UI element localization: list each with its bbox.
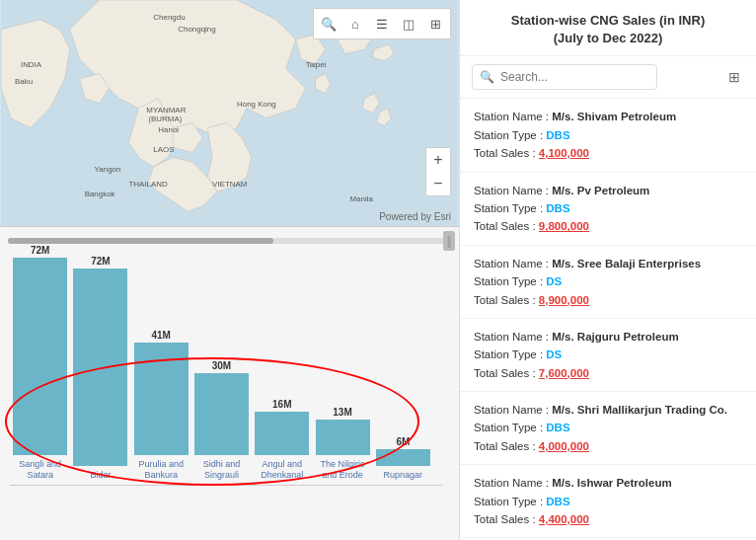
total-sales-line: Total Sales : 8,900,000	[474, 291, 742, 309]
filter-button[interactable]: ⊞	[724, 67, 744, 87]
zoom-in-button[interactable]: +	[426, 148, 450, 172]
total-sales-value: 4,400,000	[539, 513, 589, 525]
bar-group[interactable]: 13MThe Nilgiris and Erode	[312, 407, 372, 481]
station-type-label: Station Type :	[474, 129, 546, 141]
panel-header: Station-wise CNG Sales (in INR) (July to…	[460, 0, 756, 56]
zoom-out-button[interactable]: −	[426, 172, 450, 195]
station-name-label: Station Name :	[474, 185, 552, 196]
total-sales-label: Total Sales :	[474, 440, 539, 452]
station-type-line: Station Type : DBS	[474, 126, 742, 144]
grid-toolbar-btn[interactable]: ⊞	[423, 12, 447, 36]
bar[interactable]	[13, 258, 67, 455]
station-list: Station Name : M/s. Shivam Petroleum Sta…	[460, 99, 756, 540]
bar-value: 6M	[396, 436, 410, 447]
station-name-label: Station Name :	[474, 258, 552, 270]
total-sales-label: Total Sales :	[474, 294, 539, 306]
bar-label: Bidar	[90, 470, 111, 481]
bar[interactable]	[376, 449, 430, 466]
bar[interactable]	[316, 420, 370, 455]
station-type-label: Station Type :	[474, 275, 546, 287]
total-sales-label: Total Sales :	[474, 147, 539, 159]
station-name-label: Station Name :	[474, 404, 552, 416]
search-container: 🔍	[472, 64, 718, 90]
bar-group[interactable]: 72MBidar	[70, 256, 130, 481]
total-sales-value: 8,900,000	[539, 294, 589, 306]
svg-text:Hong Kong: Hong Kong	[237, 100, 276, 109]
search-icon: 🔍	[480, 70, 494, 84]
bar-group[interactable]: 41MPurulia and Bankura	[131, 330, 191, 481]
right-panel: Station-wise CNG Sales (in INR) (July to…	[459, 0, 756, 540]
station-name-line: Station Name : M/s. Pv Petroleum	[474, 182, 742, 199]
map-area[interactable]: Chengdu Chongqing Taipei Hong Kong MYANM…	[0, 0, 459, 227]
total-sales-line: Total Sales : 9,800,000	[474, 217, 742, 235]
total-sales-label: Total Sales :	[474, 513, 539, 525]
bar[interactable]	[134, 343, 189, 455]
station-type-value: DBS	[546, 129, 569, 141]
scrollbar-thumb[interactable]	[8, 238, 273, 244]
svg-text:LAOS: LAOS	[153, 145, 174, 154]
total-sales-value: 4,100,000	[539, 147, 589, 159]
map-toolbar: 🔍 ⌂ ☰ ◫ ⊞	[313, 8, 451, 39]
title-line1: Station-wise CNG Sales (in INR)	[511, 13, 705, 28]
station-item[interactable]: Station Name : M/s. Sree Balaji Enterpri…	[460, 246, 756, 319]
svg-text:THAILAND: THAILAND	[128, 180, 168, 189]
search-bar: 🔍 ⊞	[460, 56, 756, 99]
station-type-line: Station Type : DBS	[474, 199, 742, 217]
station-item[interactable]: Station Name : M/s. Ishwar Petroleum Sta…	[460, 465, 756, 538]
home-toolbar-btn[interactable]: ⌂	[343, 12, 367, 36]
svg-text:Bangkok: Bangkok	[85, 190, 115, 198]
bar-value: 13M	[333, 407, 351, 418]
bar-label: Rupnagar	[384, 470, 423, 481]
bar[interactable]	[194, 373, 249, 455]
station-name-line: Station Name : M/s. Rajguru Petroleum	[474, 328, 742, 346]
station-type-value: DS	[546, 348, 562, 360]
station-type-line: Station Type : DBS	[474, 493, 742, 510]
station-name-value: M/s. Ishwar Petroleum	[552, 477, 671, 489]
station-type-value: DBS	[546, 496, 569, 507]
total-sales-line: Total Sales : 4,000,000	[474, 437, 742, 455]
total-sales-value: 7,600,000	[539, 367, 589, 379]
svg-text:Yangon: Yangon	[95, 165, 121, 174]
total-sales-line: Total Sales : 7,600,000	[474, 364, 742, 382]
station-item[interactable]: Station Name : M/s. Shivam Petroleum Sta…	[460, 99, 756, 172]
station-type-line: Station Type : DS	[474, 346, 742, 363]
layers-toolbar-btn[interactable]: ◫	[397, 12, 420, 36]
station-item[interactable]: Station Name : M/s. Rajguru Petroleum St…	[460, 319, 756, 392]
svg-text:Manila: Manila	[349, 194, 373, 203]
resize-handle[interactable]: ║	[443, 231, 455, 251]
search-toolbar-btn[interactable]: 🔍	[317, 12, 340, 36]
bar-group[interactable]: 6MRupnagar	[373, 436, 433, 481]
station-name-value: M/s. Pv Petroleum	[552, 185, 649, 196]
bar-value: 72M	[91, 256, 110, 267]
total-sales-line: Total Sales : 4,100,000	[474, 144, 742, 162]
total-sales-label: Total Sales :	[474, 367, 539, 379]
station-type-label: Station Type :	[474, 422, 546, 433]
station-type-value: DS	[546, 275, 562, 287]
station-item[interactable]: Station Name : M/s. Shri Mallikarjun Tra…	[460, 392, 756, 465]
scrollbar-track[interactable]	[8, 238, 451, 244]
search-input[interactable]	[472, 64, 657, 90]
bar-label: The Nilgiris and Erode	[312, 459, 372, 481]
svg-text:Hanoi: Hanoi	[158, 125, 179, 134]
svg-text:Chengdu: Chengdu	[153, 13, 185, 22]
station-name-line: Station Name : M/s. Shri Mallikarjun Tra…	[474, 401, 742, 419]
svg-text:Baku: Baku	[15, 77, 33, 86]
bar-value: 72M	[31, 245, 49, 256]
station-name-label: Station Name :	[474, 477, 552, 489]
bar-group[interactable]: 72MSangli and Satara	[10, 245, 70, 481]
station-name-line: Station Name : M/s. Shivam Petroleum	[474, 108, 742, 125]
station-name-label: Station Name :	[474, 331, 552, 343]
bar-group[interactable]: 16MAngul and Dhenkanal	[252, 399, 312, 481]
station-type-line: Station Type : DBS	[474, 419, 742, 436]
bar-value: 16M	[272, 399, 291, 410]
total-sales-line: Total Sales : 4,400,000	[474, 510, 742, 528]
list-toolbar-btn[interactable]: ☰	[370, 12, 394, 36]
bar-label: Purulia and Bankura	[131, 459, 191, 481]
station-item[interactable]: Station Name : M/s. Pv Petroleum Station…	[460, 173, 756, 246]
bar[interactable]	[255, 412, 309, 455]
bar-group[interactable]: 30MSidhi and Singrauli	[191, 360, 252, 481]
bar-value: 41M	[151, 330, 170, 341]
zoom-controls: + −	[425, 147, 451, 196]
bar[interactable]	[73, 269, 127, 466]
total-sales-label: Total Sales :	[474, 220, 539, 232]
